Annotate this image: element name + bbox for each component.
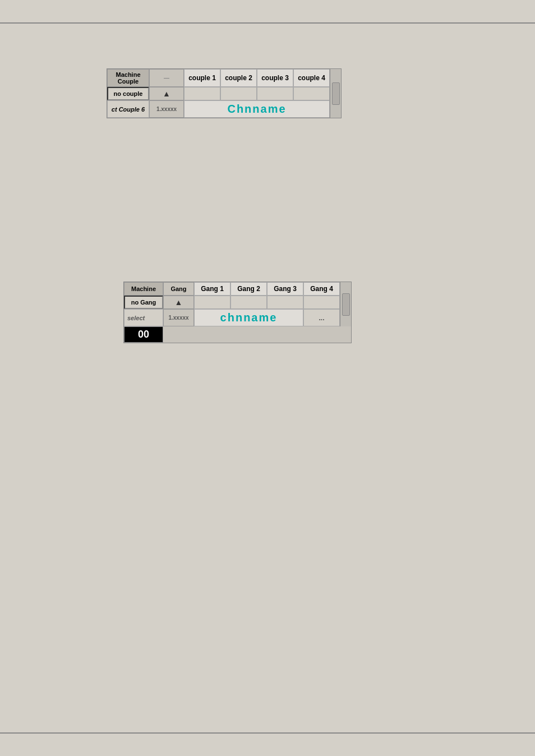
couple2-header[interactable]: couple 2 — [220, 69, 257, 87]
gang4-header[interactable]: Gang 4 — [303, 282, 340, 296]
header-blank1: — — [149, 69, 184, 87]
select-cell[interactable]: select — [124, 309, 163, 326]
gang-row2-blank3 — [267, 296, 303, 309]
up-arrow-icon: ▲ — [163, 89, 170, 98]
counter-cell: 00 — [124, 326, 163, 343]
machine-gang-label: Machine — [131, 285, 156, 292]
gang-row2-blank2 — [230, 296, 267, 309]
gang2-header[interactable]: Gang 2 — [230, 282, 267, 296]
dots-cell: ... — [303, 309, 340, 326]
no-couple-cell[interactable]: no couple — [107, 87, 149, 100]
gang3-header[interactable]: Gang 3 — [267, 282, 303, 296]
scrollbar-thumb — [332, 82, 340, 105]
chnname-cell: Chnname — [184, 100, 330, 118]
couple3-header[interactable]: couple 3 — [257, 69, 293, 87]
row2-blank2 — [220, 87, 257, 100]
row-label-cell: 1.xxxxx — [149, 100, 184, 118]
gang-row-label: 1.xxxxx — [163, 309, 194, 326]
row2-blank4 — [293, 87, 330, 100]
gang-row2-blank1 — [194, 296, 230, 309]
machine-couple-header: Machine Couple — [107, 69, 149, 87]
gang-scrollbar-thumb — [342, 293, 350, 316]
couple-section: Machine Couple — couple 1 couple 2 coupl… — [107, 68, 342, 118]
ct-couple-cell[interactable]: ct Couple 6 — [107, 100, 149, 118]
machine-label: Machine — [116, 71, 140, 78]
row2-blank1 — [184, 87, 220, 100]
gang1-header[interactable]: Gang 1 — [194, 282, 230, 296]
gang-up-arrow-icon: ▲ — [175, 298, 183, 307]
gang-table: Machine Gang Gang 1 Gang 2 Gang 3 Gang 4… — [123, 282, 352, 343]
gang-chnname-cell: chnname — [194, 309, 303, 326]
gang-row2-blank4 — [303, 296, 340, 309]
couple4-header[interactable]: couple 4 — [293, 69, 330, 87]
couple1-header[interactable]: couple 1 — [184, 69, 220, 87]
couple-scrollbar[interactable] — [330, 69, 341, 118]
gang-col-header: Gang — [163, 282, 194, 296]
content-area: Machine Couple — couple 1 couple 2 coupl… — [0, 24, 535, 732]
couple-arrow-up[interactable]: ▲ — [149, 87, 184, 100]
couple-table: Machine Couple — couple 1 couple 2 coupl… — [107, 68, 342, 118]
no-gang-cell[interactable]: no Gang — [124, 296, 163, 309]
gang-scrollbar[interactable] — [340, 282, 351, 326]
gang-arrow-up[interactable]: ▲ — [163, 296, 194, 309]
bottom-divider — [0, 732, 535, 734]
couple-label: Couple — [118, 78, 139, 85]
machine-gang-header: Machine — [124, 282, 163, 296]
gang-section: Machine Gang Gang 1 Gang 2 Gang 3 Gang 4… — [123, 282, 352, 343]
row2-blank3 — [257, 87, 293, 100]
